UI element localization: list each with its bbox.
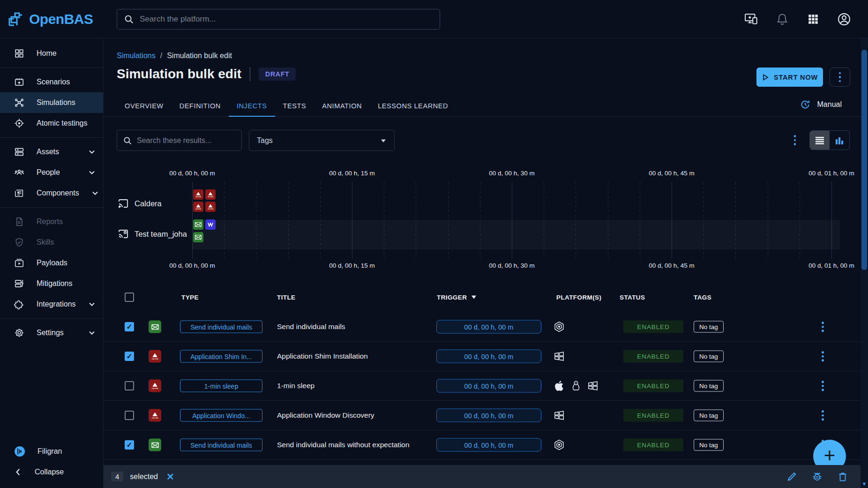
account-circle-icon[interactable] bbox=[834, 9, 854, 29]
row-checkbox[interactable] bbox=[125, 411, 134, 420]
table-row[interactable]: CALDERA Application Shim In... Applicati… bbox=[104, 342, 861, 371]
tag-chip[interactable]: No tag bbox=[694, 380, 724, 392]
status-badge: DRAFT bbox=[259, 68, 296, 81]
row-kebab-menu-button[interactable] bbox=[822, 381, 824, 391]
inject-caldera-icon[interactable]: CALDERA bbox=[193, 189, 203, 200]
brand[interactable]: OpenBAS bbox=[0, 10, 104, 28]
sidebar-item-assets[interactable]: Assets bbox=[0, 142, 103, 162]
row-kebab-menu-button[interactable] bbox=[822, 410, 824, 420]
agents-devices-icon[interactable] bbox=[741, 9, 761, 29]
view-mode-toggle bbox=[809, 130, 850, 150]
sidebar-item-mitigations[interactable]: Mitigations bbox=[0, 273, 103, 294]
inject-email-icon[interactable] bbox=[193, 219, 203, 230]
row-checkbox[interactable] bbox=[125, 440, 134, 450]
inject-type-chip[interactable]: Application Shim In... bbox=[180, 350, 262, 363]
inject-caldera-icon[interactable]: CALDERA bbox=[205, 189, 216, 200]
inject-type-chip[interactable]: 1-min sleep bbox=[180, 380, 262, 392]
table-row[interactable]: CALDERA Application Windo... Application… bbox=[104, 401, 861, 430]
sidebar-item-simulations[interactable]: Simulations bbox=[0, 92, 103, 113]
chevron-down-icon bbox=[88, 329, 96, 337]
apps-grid-icon[interactable] bbox=[803, 9, 823, 29]
sidebar-item-settings[interactable]: Settings bbox=[0, 323, 103, 343]
selection-count: 4 bbox=[111, 472, 123, 481]
top-bar: OpenBAS bbox=[0, 0, 868, 38]
header-tags[interactable]: TAGS bbox=[694, 294, 711, 301]
sidebar-item-home[interactable]: Home bbox=[0, 43, 103, 64]
inject-type-chip[interactable]: Send individual mails bbox=[180, 439, 262, 451]
header-trigger[interactable]: TRIGGER bbox=[437, 294, 477, 301]
tag-chip[interactable]: No tag bbox=[694, 410, 724, 421]
clear-selection-icon[interactable]: ✕ bbox=[166, 471, 174, 482]
sidebar-item-label: Integrations bbox=[37, 300, 76, 308]
sidebar-item-atomic-testings[interactable]: Atomic testings bbox=[0, 113, 103, 134]
select-all-checkbox[interactable] bbox=[125, 293, 134, 302]
chevron-down-icon bbox=[88, 148, 96, 156]
timeline-axis-label: 00 d, 00 h, 15 m bbox=[319, 262, 385, 269]
sidebar-collapse-button[interactable]: Collapse bbox=[0, 462, 103, 482]
tag-chip[interactable]: No tag bbox=[694, 321, 724, 333]
tab-overview[interactable]: OVERVIEW bbox=[117, 95, 172, 117]
list-options-kebab-button[interactable] bbox=[786, 131, 804, 150]
cast-education-icon bbox=[118, 228, 129, 240]
tab-tests[interactable]: TESTS bbox=[275, 95, 314, 117]
trigger-chip[interactable]: 00 d, 00 h, 00 m bbox=[436, 320, 541, 334]
sidebar-item-scenarios[interactable]: Scenarios bbox=[0, 72, 103, 92]
inject-indigo-icon[interactable] bbox=[205, 219, 216, 230]
chart-view-button[interactable] bbox=[830, 131, 849, 150]
header-platforms[interactable]: PLATFORM(S) bbox=[556, 294, 601, 301]
inject-email-icon[interactable] bbox=[193, 232, 203, 242]
tab-animation[interactable]: ANIMATION bbox=[314, 95, 370, 117]
inject-type-chip[interactable]: Application Windo... bbox=[180, 409, 262, 422]
tag-chip[interactable]: No tag bbox=[694, 351, 724, 362]
trigger-chip[interactable]: 00 d, 00 h, 00 m bbox=[436, 350, 541, 363]
bulk-delete-trash-icon[interactable] bbox=[837, 471, 848, 482]
sidebar-item-label: Components bbox=[37, 189, 79, 197]
header-kebab-menu-button[interactable] bbox=[830, 68, 850, 87]
inject-caldera-icon[interactable]: CALDERA bbox=[205, 202, 216, 212]
bulk-edit-pencil-icon[interactable] bbox=[786, 471, 797, 482]
table-row[interactable]: Send individual mails Send individual ma… bbox=[104, 430, 861, 460]
inject-title: 1-min sleep bbox=[277, 382, 314, 390]
trigger-chip[interactable]: 00 d, 00 h, 00 m bbox=[436, 409, 541, 422]
tag-chip[interactable]: No tag bbox=[694, 439, 724, 451]
inject-caldera-icon[interactable]: CALDERA bbox=[193, 202, 203, 212]
scenarios-icon bbox=[14, 77, 24, 87]
header-title[interactable]: TITLE bbox=[277, 294, 296, 301]
start-now-button[interactable]: START NOW bbox=[756, 68, 823, 87]
sidebar-item-integrations[interactable]: Integrations bbox=[0, 294, 103, 315]
row-checkbox[interactable] bbox=[125, 322, 134, 331]
notifications-bell-icon[interactable] bbox=[772, 9, 792, 29]
scrollbar-thumb[interactable] bbox=[861, 50, 867, 270]
breadcrumb-simulations-link[interactable]: Simulations bbox=[117, 52, 156, 60]
sidebar-item-people[interactable]: People bbox=[0, 162, 103, 183]
sidebar-item-filigran[interactable]: Filigran bbox=[0, 441, 103, 462]
scroll-down-arrow-icon[interactable]: ▼ bbox=[861, 481, 868, 487]
row-checkbox[interactable] bbox=[125, 352, 134, 361]
bulk-test-bug-icon[interactable] bbox=[811, 471, 823, 482]
sidebar-item-reports[interactable]: Reports bbox=[0, 211, 103, 232]
trigger-chip[interactable]: 00 d, 00 h, 00 m bbox=[436, 438, 541, 452]
inject-type-chip[interactable]: Send individual mails bbox=[180, 321, 262, 333]
tab-injects[interactable]: INJECTS bbox=[229, 95, 275, 117]
trigger-chip[interactable]: 00 d, 00 h, 00 m bbox=[436, 379, 541, 393]
row-checkbox[interactable] bbox=[125, 381, 134, 390]
sidebar-item-payloads[interactable]: Payloads bbox=[0, 253, 103, 273]
kebab-icon bbox=[822, 351, 824, 361]
list-view-button[interactable] bbox=[810, 131, 830, 150]
sidebar-item-components[interactable]: Components bbox=[0, 183, 103, 203]
vertical-scrollbar[interactable]: ▼ bbox=[861, 38, 868, 488]
tab-definition[interactable]: DEFINITION bbox=[172, 95, 229, 117]
tags-filter-select[interactable]: Tags bbox=[249, 130, 395, 151]
cast-audience-icon bbox=[118, 198, 129, 209]
table-row[interactable]: Send individual mails Send individual ma… bbox=[104, 312, 861, 342]
table-row[interactable]: CALDERA 1-min sleep 1-min sleep 00 d, 00… bbox=[104, 371, 861, 401]
results-search-input[interactable] bbox=[137, 136, 236, 145]
refresh-mode[interactable]: Manual bbox=[800, 99, 842, 110]
global-search-input[interactable] bbox=[140, 15, 433, 24]
sidebar-item-skills[interactable]: Skills bbox=[0, 232, 103, 253]
header-type[interactable]: TYPE bbox=[181, 294, 199, 301]
header-status[interactable]: STATUS bbox=[620, 294, 645, 301]
row-kebab-menu-button[interactable] bbox=[822, 322, 824, 332]
row-kebab-menu-button[interactable] bbox=[822, 351, 824, 361]
tab-lessons-learned[interactable]: LESSONS LEARNED bbox=[370, 95, 456, 117]
